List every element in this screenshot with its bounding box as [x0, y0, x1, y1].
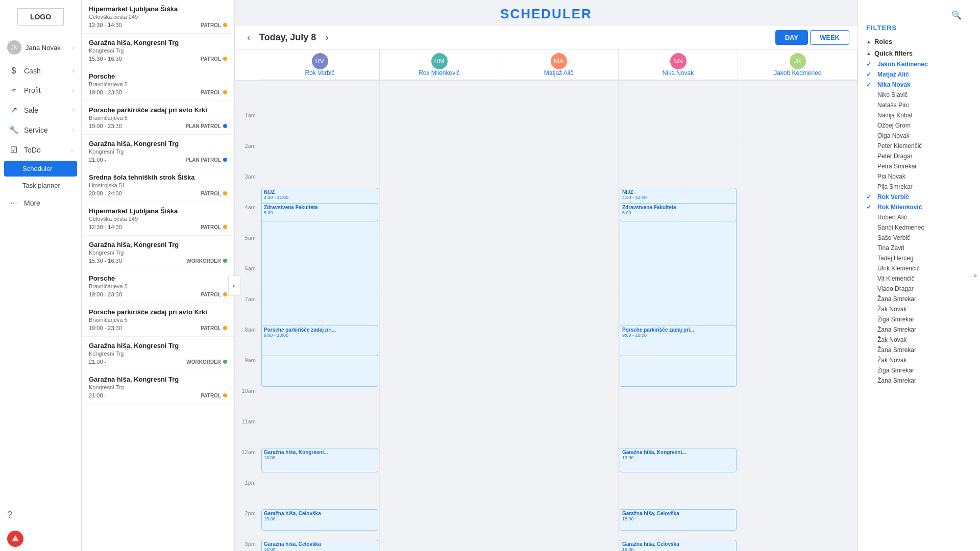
task-status-dot [223, 124, 227, 128]
sidebar-item-todo[interactable]: ☑ ToDo ⌄ [0, 140, 81, 160]
filter-person-niko-slavic[interactable]: Niko Slavič [858, 90, 970, 100]
filter-person-name: Vit Klemenčič [877, 275, 914, 282]
filter-person-ziga-smrekar[interactable]: Žiga Smrekar [858, 314, 970, 324]
filter-person-ziga-smrekar2[interactable]: Žiga Smrekar [858, 365, 970, 375]
task-item[interactable]: Hipermarket Ljubljana Šiška Celovška ces… [82, 0, 234, 34]
task-item[interactable]: Sredna šola tehniških strok Šiška Litost… [82, 168, 234, 202]
time-slot: 2pm [235, 509, 260, 540]
event-block[interactable]: Garažna hiša, Kongresni... 13:00 [261, 448, 378, 472]
task-time: 19:00 - 23:30 [89, 291, 122, 297]
help-icon[interactable]: ? [7, 510, 12, 520]
task-item[interactable]: Garažna hiša, Kongresni Trg Kongresni Tr… [82, 370, 234, 404]
filter-person-robert-alic[interactable]: Robert Alič [858, 212, 970, 222]
event-time: 16:00 [264, 547, 376, 551]
filter-person-peter-dragar[interactable]: Peter Dragar [858, 151, 970, 161]
next-day-button[interactable]: › [321, 30, 332, 45]
sidebar-item-service[interactable]: 🔧 Service › [0, 120, 81, 140]
task-item[interactable]: Garažna hiša, Kongresni Trg Kongresni Tr… [82, 34, 234, 67]
filter-person-zana-smrekar4[interactable]: Žana Smrekar [858, 375, 970, 386]
task-time: 19:00 - 23:30 [89, 123, 122, 129]
task-badge: PLAN PATROL [185, 123, 227, 129]
filter-person-ozbej-grom[interactable]: Ožbej Grom [858, 120, 970, 131]
filter-person-rok-milenkovic[interactable]: ✓ Rok Milenkovič [858, 202, 970, 212]
filter-person-jakob-kedmenec[interactable]: ✓ Jakob Kedmenec [858, 59, 970, 69]
filter-person-sandi-kedmenec[interactable]: Sandi Kedmenec [858, 222, 970, 233]
task-title: Garažna hiša, Kongresni Trg [89, 375, 227, 383]
task-item[interactable]: Garažna hiša, Kongresni Trg Kongresni Tr… [82, 135, 234, 168]
sidebar-item-more[interactable]: ··· More [0, 193, 81, 213]
task-title: Sredna šola tehniških strok Šiška [89, 173, 227, 181]
filter-person-peter-klemencic[interactable]: Peter Klemenčič [858, 141, 970, 151]
task-item[interactable]: Garažna hiša, Kongresni Trg Kongresni Tr… [82, 236, 234, 269]
filter-person-tina-zavrl[interactable]: Tina Zavrl [858, 243, 970, 253]
filter-person-vit-klemencic[interactable]: Vit Klemenčič [858, 273, 970, 284]
filter-person-tadej-herceg[interactable]: Tadej Herceg [858, 253, 970, 263]
task-item[interactable]: Hipermarket Ljubljana Šiška Celovška ces… [82, 202, 234, 236]
filter-person-nadija-kobal[interactable]: Nadija Kobal [858, 110, 970, 120]
sidebar-item-cash[interactable]: $ Cash › [0, 61, 81, 81]
event-time: 4:30 - 11:00 [264, 195, 376, 200]
calendar-scroll[interactable]: 1am2am3am4am5am6am7am8am9am10am11am12am1… [235, 81, 857, 551]
task-title: Porsche parkirišče zadaj pri avto Krki [89, 308, 227, 316]
event-block[interactable]: Garažna hiša, Celovška 15:00 [620, 509, 737, 531]
filter-person-zak-novak[interactable]: Žak Novak [858, 304, 970, 314]
event-time: 9:00 - 10:00 [622, 333, 734, 338]
filter-person-zak-novak3[interactable]: Žak Novak [858, 355, 970, 365]
filter-person-ulrik-klemencic[interactable]: Ulrik Klemenčič [858, 263, 970, 273]
staff-col-nika-novak: NIJZ 4:30 - 11:00 Zdravstvena Fakulteta … [619, 81, 738, 551]
task-badge: PATROL [201, 224, 227, 230]
event-block[interactable]: Porsche parkirišče zadaj pri... 9:00 - 1… [261, 325, 378, 356]
filter-person-name: Žana Smrekar [877, 377, 916, 384]
filter-person-zana-smrekar3[interactable]: Žana Smrekar [858, 345, 970, 355]
event-title: Garažna hiša, Celovška [622, 541, 734, 547]
prev-day-button[interactable]: ‹ [243, 30, 254, 45]
event-block[interactable]: Garažna hiša, Celovška 15:00 [261, 509, 378, 531]
task-item[interactable]: Porsche Bravničarjeva 5 19:00 - 23:30 PA… [82, 67, 234, 101]
sidebar: LOGO JN Jana Novak › $ Cash › ≈ Profit ›… [0, 0, 82, 551]
filter-person-zak-novak2[interactable]: Žak Novak [858, 335, 970, 345]
filter-person-olga-novak[interactable]: Olga Novak [858, 131, 970, 141]
event-block[interactable]: Porsche parkirišče zadaj pri... 9:00 - 1… [620, 325, 737, 356]
filter-person-saso-verbic[interactable]: Sašo Verbič [858, 233, 970, 243]
event-block[interactable]: Garažna hiša, Celovška 16:00 [261, 540, 378, 551]
filter-person-zana-smrekar[interactable]: Žana Smrekar [858, 294, 970, 304]
event-block[interactable]: Garažna hiša, Kongresni... 13:00 [620, 448, 737, 472]
sidebar-item-scheduler[interactable]: Scheduler [4, 161, 77, 177]
sidebar-item-sale[interactable]: ↗ Sale › [0, 100, 81, 120]
profit-icon: ≈ [9, 86, 19, 95]
task-item[interactable]: Porsche parkirišče zadaj pri avto Krki B… [82, 303, 234, 337]
filter-person-pija-smrekar[interactable]: Pija Smrekar [858, 182, 970, 192]
search-button[interactable]: 🔍 [947, 8, 966, 22]
sidebar-item-task-planner[interactable]: Task planner [0, 178, 81, 193]
filter-person-nika-novak[interactable]: ✓ Nika Novak [858, 80, 970, 90]
task-time: 21:00 - [89, 359, 106, 365]
filter-person-name: Vlado Dragar [877, 285, 914, 292]
event-title: Garažna hiša, Celovška [264, 541, 376, 547]
task-item[interactable]: Porsche parkirišče zadaj pri avto Krki B… [82, 101, 234, 135]
check-icon: ✓ [866, 81, 873, 88]
task-item[interactable]: Porsche Bravničarjeva 5 19:00 - 23:30 PA… [82, 269, 234, 303]
filter-person-zana-smrekar2[interactable]: Žana Smrekar [858, 324, 970, 335]
sidebar-item-profit[interactable]: ≈ Profit › [0, 81, 81, 100]
week-view-button[interactable]: WEEK [810, 30, 849, 45]
event-block[interactable]: Zdravstvena Fakulteta 5:00 [261, 203, 378, 221]
event-block[interactable]: Garažna hiša, Celovška 16:00 [620, 540, 737, 551]
filter-person-vlado-dragar[interactable]: Vlado Dragar [858, 284, 970, 294]
event-block[interactable]: Zdravstvena Fakulteta 5:00 [620, 203, 737, 221]
task-item[interactable]: Garažna hiša, Kongresni Trg Kongresni Tr… [82, 337, 234, 370]
user-area[interactable]: JN Jana Novak › [0, 34, 81, 61]
filter-person-petra-smrekar[interactable]: Petra Smrekar [858, 161, 970, 171]
check-icon: ✓ [866, 61, 873, 68]
filter-person-pia-novak[interactable]: Pia Novak [858, 171, 970, 182]
quick-filters-section-header[interactable]: ▲ Quick filters [858, 47, 970, 59]
right-panel-toggle[interactable]: » [970, 0, 980, 551]
filter-person-natasa-pirc[interactable]: Nataša Pirc [858, 100, 970, 110]
filter-person-rok-verbic[interactable]: ✓ Rok Verbič [858, 192, 970, 202]
task-status-dot [223, 225, 227, 229]
scheduler-header: SCHEDULER [235, 0, 857, 26]
task-panel-toggle[interactable]: « [228, 276, 240, 296]
roles-section-header[interactable]: ▲ Roles [858, 36, 970, 47]
filter-person-matjaz-alic[interactable]: ✓ Matjaž Alič [858, 69, 970, 80]
filter-person-name: Matjaž Alič [877, 71, 909, 78]
day-view-button[interactable]: DAY [775, 30, 808, 45]
